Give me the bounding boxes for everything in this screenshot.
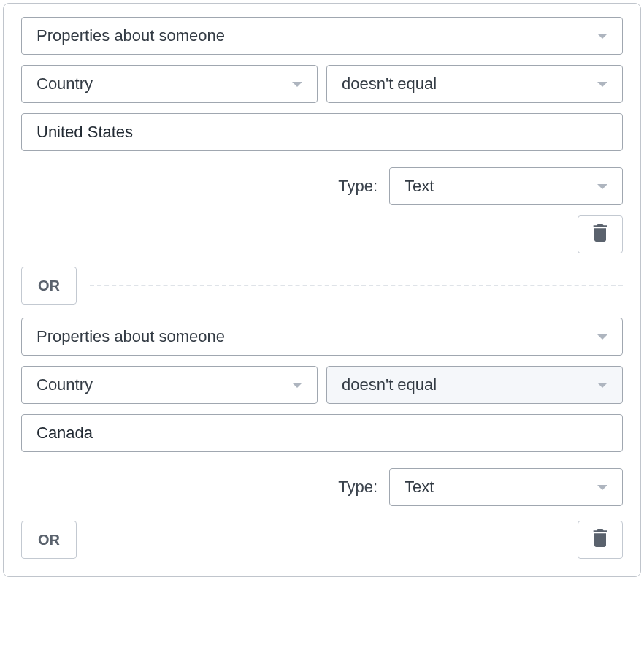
delete-button[interactable] — [578, 521, 623, 559]
trash-icon — [593, 224, 607, 245]
chevron-down-icon — [597, 34, 607, 39]
operator-select[interactable]: doesn't equal — [326, 65, 623, 103]
chevron-down-icon — [597, 184, 607, 189]
property-select-value: Country — [37, 375, 93, 394]
trash-icon — [593, 529, 607, 550]
chevron-down-icon — [597, 82, 607, 87]
property-select[interactable]: Country — [21, 366, 318, 404]
chevron-down-icon — [292, 82, 302, 87]
property-select-value: Country — [37, 74, 93, 93]
value-input[interactable]: Canada — [21, 414, 623, 452]
category-select-value: Properties about someone — [37, 327, 225, 346]
or-divider-badge: OR — [21, 267, 77, 305]
value-input[interactable]: United States — [21, 113, 623, 151]
filter-block: Properties about someone Country doesn't… — [21, 17, 623, 253]
type-select[interactable]: Text — [389, 468, 623, 506]
property-select[interactable]: Country — [21, 65, 318, 103]
value-input-text: United States — [37, 123, 133, 142]
chevron-down-icon — [597, 334, 607, 340]
type-select[interactable]: Text — [389, 167, 623, 205]
operator-select[interactable]: doesn't equal — [326, 366, 623, 404]
add-or-button[interactable]: OR — [21, 521, 77, 559]
filter-panel: Properties about someone Country doesn't… — [3, 3, 641, 577]
operator-select-value: doesn't equal — [342, 375, 437, 394]
chevron-down-icon — [597, 383, 607, 388]
chevron-down-icon — [292, 383, 302, 388]
category-select-value: Properties about someone — [37, 26, 225, 45]
or-divider-label: OR — [38, 278, 60, 294]
operator-select-value: doesn't equal — [342, 74, 437, 93]
delete-button[interactable] — [578, 215, 623, 253]
divider-line — [90, 285, 623, 286]
type-label: Type: — [338, 177, 377, 196]
filter-block: Properties about someone Country doesn't… — [21, 318, 623, 559]
type-select-value: Text — [405, 478, 434, 497]
type-label: Type: — [338, 478, 377, 497]
add-or-button-label: OR — [38, 532, 60, 548]
chevron-down-icon — [597, 485, 607, 490]
type-select-value: Text — [405, 177, 434, 196]
category-select[interactable]: Properties about someone — [21, 318, 623, 356]
category-select[interactable]: Properties about someone — [21, 17, 623, 55]
value-input-text: Canada — [37, 424, 93, 443]
or-divider: OR — [21, 267, 623, 305]
